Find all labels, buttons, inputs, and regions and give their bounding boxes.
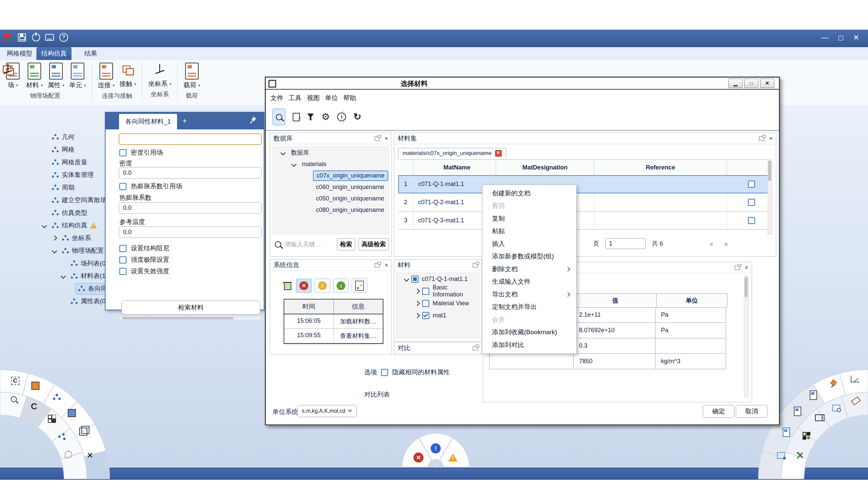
section-view-icon[interactable] (813, 412, 825, 424)
expander-icon[interactable] (415, 288, 420, 294)
strength-limit-checkbox-row[interactable]: 强度极限设置 (119, 255, 169, 264)
eraser-icon[interactable] (850, 395, 861, 407)
expander-icon[interactable] (404, 276, 409, 282)
header-matname[interactable]: MatName (414, 160, 496, 175)
table-doc-icon[interactable] (808, 390, 819, 401)
context-menu-item[interactable]: 粘贴 (483, 225, 576, 238)
cancel-button[interactable]: 取消 (736, 405, 767, 418)
gear-icon[interactable]: ⚙ (321, 112, 330, 122)
dropdown-caret[interactable]: ▾ (134, 82, 136, 86)
context-menu-item[interactable]: 添加到对比 (483, 339, 576, 351)
pin-icon[interactable] (827, 379, 839, 390)
ok-button[interactable]: 确定 (703, 405, 734, 418)
sync-model-icon[interactable] (57, 430, 68, 442)
close-panel-icon[interactable]: × (385, 136, 388, 141)
dropdown-caret[interactable]: ▾ (198, 83, 200, 88)
damping-checkbox-row[interactable]: 设置结构阻尼 (119, 244, 169, 253)
grid-doc-icon[interactable] (792, 406, 803, 417)
thermal-input[interactable]: 0.0 (119, 202, 262, 214)
checkbox[interactable] (119, 256, 126, 264)
material-name-input[interactable] (119, 134, 262, 145)
zoom-in-icon[interactable] (8, 394, 20, 405)
reference-cell[interactable] (594, 212, 727, 230)
info-icon[interactable]: i (337, 113, 346, 121)
rotate-icon[interactable]: C (28, 401, 40, 412)
expander-icon[interactable] (52, 248, 57, 253)
pick-cursor-icon[interactable]: ✕ (84, 450, 96, 461)
material-editor-tab[interactable]: 各向同性材料_1 (119, 114, 177, 129)
undock-icon[interactable] (375, 263, 380, 267)
dialog-maximize[interactable]: □ (744, 78, 759, 88)
row-checkbox[interactable] (748, 181, 755, 188)
page-input[interactable]: 1 (605, 238, 646, 249)
layout-icon[interactable] (775, 450, 787, 461)
node-checkbox[interactable] (422, 288, 429, 295)
windows-grid-icon[interactable] (45, 412, 57, 424)
failure-checkbox-row[interactable]: 设置失效强度 (119, 267, 169, 276)
ribbon-button[interactable]: 材料▾ (24, 63, 45, 89)
search-material-button[interactable]: 检索材料 (122, 300, 260, 315)
pinned-cube-icon[interactable] (66, 407, 77, 419)
density-input[interactable]: 0.0 (119, 167, 262, 179)
undock-icon[interactable] (735, 266, 740, 270)
undock-icon[interactable] (473, 346, 478, 350)
density-field-checkbox-row[interactable]: 密度引用场 (119, 148, 163, 157)
expander-icon[interactable] (60, 273, 66, 279)
context-menu-item[interactable]: 剪切 (483, 200, 576, 213)
expander-icon[interactable] (280, 150, 286, 155)
material-tree-item[interactable]: Basic Information (397, 285, 479, 297)
header-matdesignation[interactable]: MatDesignation (496, 160, 594, 175)
context-menu-item[interactable]: 定制文档并导出 (483, 301, 576, 314)
sysinfo-row[interactable]: 15:09:55 查看材料集… (284, 329, 383, 343)
tab-structure-sim[interactable]: 结构仿真 (36, 47, 72, 60)
node-checkbox[interactable] (422, 300, 429, 307)
db-tree-item[interactable]: c060_origin_uniquename (273, 181, 388, 193)
search-tool-button[interactable] (272, 108, 285, 125)
error-circle-icon[interactable]: ✕ (413, 452, 424, 463)
filter-info-button[interactable]: i (333, 279, 349, 293)
context-menu-item[interactable]: 添加到收藏(Bookmark) (483, 326, 576, 339)
window-maximize[interactable]: ▢ (835, 34, 846, 42)
triad-icon[interactable] (51, 392, 62, 403)
db-tree-item[interactable]: 数据库 (273, 147, 388, 158)
reference-cell[interactable] (594, 175, 727, 193)
db-tree-item[interactable]: c050_origin_uniquename (273, 193, 388, 204)
grid-settings-icon[interactable] (800, 429, 812, 441)
undock-icon[interactable] (759, 137, 764, 141)
trash-icon[interactable] (284, 282, 291, 290)
node-checkbox[interactable] (411, 276, 418, 283)
expander-icon[interactable] (415, 300, 420, 306)
expander-icon[interactable] (291, 161, 296, 167)
dropdown-caret[interactable]: ▾ (16, 83, 18, 88)
window-close[interactable]: ✕ (850, 34, 862, 42)
pin-icon[interactable] (250, 117, 256, 123)
close-panel-icon[interactable]: × (745, 265, 748, 270)
value-cell[interactable]: 0.3 (574, 338, 656, 353)
new-tab-button[interactable]: + (182, 117, 187, 125)
unit-cell[interactable]: Pa (656, 323, 726, 338)
material-tree-item[interactable]: mat1 (397, 309, 479, 321)
search-button[interactable]: 检索 (337, 238, 355, 250)
info-circle-icon[interactable]: ! (430, 443, 441, 454)
header-unit[interactable]: 单位 (657, 294, 728, 307)
checkbox[interactable] (119, 268, 126, 275)
undock-icon[interactable] (375, 137, 380, 141)
material-row[interactable]: 2 c071-Q-2-mat1.1 (398, 193, 771, 212)
menu-tools[interactable]: 工具 (289, 94, 302, 103)
row-checkbox[interactable] (748, 199, 755, 206)
advanced-search-button[interactable]: 高级检索 (358, 238, 389, 250)
context-menu-item[interactable]: 创建新的文档 (483, 187, 576, 200)
ribbon-button[interactable]: 接触▾ (117, 63, 139, 89)
row-checkbox[interactable] (748, 217, 755, 224)
filter-errors-button[interactable]: ✕ (296, 279, 312, 293)
window-minimize[interactable]: — (819, 34, 831, 42)
close-panel-icon[interactable]: × (385, 263, 388, 268)
close-panel-icon[interactable]: × (769, 136, 773, 141)
db-tree-item[interactable]: c07x_origin_uniquename (273, 170, 388, 181)
context-menu-item[interactable]: 导出文档 (483, 288, 576, 301)
unit-system-select[interactable]: s,m,kg,A,K,mol,cd (297, 405, 357, 417)
matset-tab[interactable]: materials/c07x_origin_uniquename (398, 148, 506, 158)
lasso-select-icon[interactable] (63, 449, 74, 460)
select-refresh-icon[interactable]: C (9, 375, 21, 386)
keyboard-icon[interactable] (45, 33, 54, 42)
